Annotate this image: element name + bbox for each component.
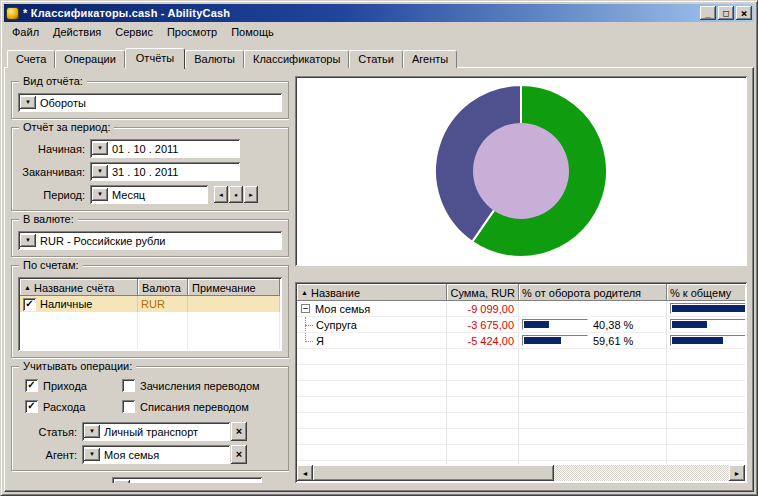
date-start-field[interactable]: ▼ 01 . 10 . 2011 (90, 139, 240, 158)
group-operations: Учитывать операции: ✓ Прихода Зачисления… (11, 366, 289, 471)
report-row-name: Моя семья (315, 303, 370, 315)
group-by-combo[interactable]: ▼ Агент (112, 477, 262, 483)
report-col-parent-pct[interactable]: % от оборота родителя (519, 284, 667, 301)
accounts-col-currency[interactable]: Валюта (138, 279, 188, 296)
tab-classifiers[interactable]: Классификаторы (244, 50, 349, 68)
parent-pct-value: 40,38 % (593, 319, 633, 331)
group-currency: В валюте: ▼ RUR - Российские рубли (11, 219, 289, 257)
report-row-name: Супруга (316, 319, 357, 331)
account-row-checkbox[interactable]: ✓ (23, 298, 36, 311)
menu-item-service[interactable]: Сервис (108, 23, 160, 41)
dropdown-icon[interactable]: ▼ (84, 425, 100, 438)
dropdown-icon[interactable]: ▼ (84, 448, 100, 461)
transfer-out-checkbox-item[interactable]: Списания переводом (122, 400, 282, 413)
tab-accounts[interactable]: Счета (7, 50, 55, 68)
report-cell-name: −Моя семья (297, 301, 447, 317)
agent-value: Моя семья (100, 449, 228, 461)
accounts-col-note-label: Примечание (192, 282, 256, 294)
tab-articles[interactable]: Статьи (349, 50, 403, 68)
report-col-name[interactable]: ▲ Название (297, 284, 447, 301)
expense-checkbox[interactable]: ✓ (25, 400, 38, 413)
tab-currencies[interactable]: Валюты (185, 50, 244, 68)
account-row-name-cell: ✓ Наличные (20, 296, 138, 312)
window-title: * Классификаторы.cash - AbilityCash (23, 7, 698, 19)
scroll-left-button[interactable]: ◄ (297, 465, 313, 481)
period-prev-button[interactable]: ◄ (214, 186, 228, 203)
group-by-value: Агент (130, 481, 260, 484)
currency-value: RUR - Российские рубли (36, 235, 280, 247)
expand-toggle-icon[interactable]: − (301, 304, 310, 313)
expense-checkbox-item[interactable]: ✓ Расхода (25, 400, 122, 413)
chart-panel (295, 76, 747, 266)
report-col-total-pct[interactable]: % к общему (667, 284, 745, 301)
report-empty-row (297, 413, 745, 429)
report-col-amount[interactable]: Сумма, RUR (447, 284, 519, 301)
accounts-col-name-label: Название счёта (34, 282, 114, 294)
period-current-button[interactable]: ● (229, 186, 243, 203)
group-period-label: Отчёт за период: (19, 121, 114, 133)
report-table-header: ▲ Название Сумма, RUR % от оборота родит… (297, 284, 745, 301)
menu-item-file[interactable]: Файл (5, 23, 46, 41)
maximize-button[interactable]: □ (718, 6, 734, 20)
titlebar[interactable]: * Классификаторы.cash - AbilityCash _ □ … (4, 4, 754, 22)
period-next-button[interactable]: ► (244, 186, 258, 203)
transfer-in-checkbox-item[interactable]: Зачисления переводом (122, 379, 282, 392)
transfer-in-checkbox-label[interactable]: Зачисления переводом (140, 380, 260, 392)
tab-reports[interactable]: Отчёты (125, 48, 185, 69)
report-col-parent-pct-label: % от оборота родителя (522, 287, 641, 299)
menu-item-view[interactable]: Просмотр (160, 23, 224, 41)
report-col-name-label: Название (311, 287, 360, 299)
agent-clear-button[interactable]: × (231, 445, 247, 464)
report-rows: −Моя семья-9 099,00Супруга-3 675,0040,38… (297, 301, 745, 464)
agent-combo[interactable]: ▼ Моя семья (82, 445, 230, 464)
dropdown-icon[interactable]: ▼ (92, 165, 108, 178)
menu-item-help[interactable]: Помощь (224, 23, 281, 41)
dropdown-icon[interactable]: ▼ (20, 96, 36, 109)
transfer-out-checkbox-label[interactable]: Списания переводом (140, 401, 249, 413)
report-type-combo[interactable]: ▼ Обороты (18, 93, 282, 112)
report-cell-name: Я (297, 333, 447, 349)
parent-pct-bar-fill (524, 321, 549, 328)
account-row-note (188, 296, 280, 312)
report-cell-amount: -3 675,00 (447, 317, 519, 333)
income-checkbox-item[interactable]: ✓ Прихода (25, 379, 122, 392)
report-row[interactable]: −Моя семья-9 099,00 (297, 301, 745, 317)
article-clear-button[interactable]: × (231, 422, 247, 441)
report-table-clip: ▲ Название Сумма, RUR % от оборота родит… (297, 284, 745, 464)
transfer-in-checkbox[interactable] (122, 379, 135, 392)
report-row[interactable]: Я-5 424,0059,61 % (297, 333, 745, 349)
date-end-field[interactable]: ▼ 31 . 10 . 2011 (90, 162, 240, 181)
expense-checkbox-label[interactable]: Расхода (43, 401, 85, 413)
total-pct-bar (670, 303, 745, 314)
currency-combo[interactable]: ▼ RUR - Российские рубли (18, 231, 282, 250)
app-window: * Классификаторы.cash - AbilityCash _ □ … (0, 0, 758, 496)
transfer-out-checkbox[interactable] (122, 400, 135, 413)
accounts-col-name[interactable]: ▲ Название счёта (20, 279, 138, 296)
report-cell-total-pct (667, 333, 745, 349)
group-operations-label: Учитывать операции: (19, 360, 136, 372)
menu-item-actions[interactable]: Действия (46, 23, 108, 41)
dropdown-icon[interactable]: ▼ (92, 188, 108, 201)
agent-label: Агент: (18, 449, 82, 461)
dropdown-icon[interactable]: ▼ (114, 480, 130, 483)
minimize-button[interactable]: _ (700, 6, 716, 20)
income-checkbox-label[interactable]: Прихода (43, 380, 87, 392)
scrollbar-track[interactable] (313, 465, 729, 481)
income-checkbox[interactable]: ✓ (25, 379, 38, 392)
account-row[interactable]: ✓ Наличные RUR (20, 296, 280, 312)
scrollbar-thumb[interactable] (313, 465, 554, 481)
report-empty-row (297, 397, 745, 413)
tab-agents[interactable]: Агенты (403, 50, 457, 68)
tab-operations[interactable]: Операции (55, 50, 124, 68)
period-combo[interactable]: ▼ Месяц (90, 185, 208, 204)
scroll-right-button[interactable]: ► (729, 465, 745, 481)
article-combo[interactable]: ▼ Личный транспорт (82, 422, 230, 441)
close-button[interactable]: × (736, 6, 752, 20)
accounts-col-currency-label: Валюта (142, 282, 181, 294)
horizontal-scrollbar[interactable]: ◄ ► (297, 465, 745, 481)
dropdown-icon[interactable]: ▼ (92, 142, 108, 155)
report-row[interactable]: Супруга-3 675,0040,38 % (297, 317, 745, 333)
donut-chart (301, 81, 741, 261)
accounts-col-note[interactable]: Примечание (188, 279, 280, 296)
dropdown-icon[interactable]: ▼ (20, 234, 36, 247)
